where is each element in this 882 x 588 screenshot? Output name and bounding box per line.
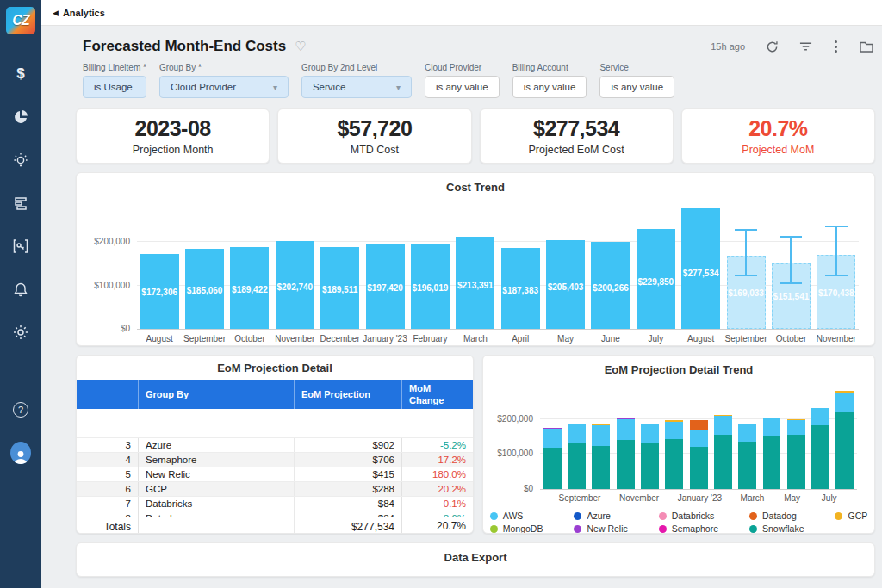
cost-bar[interactable]: $172,306: [140, 254, 179, 329]
stacked-bar[interactable]: [811, 408, 829, 489]
filter-chip-cloud-provider[interactable]: is any value: [425, 76, 500, 98]
table-header: Group By EoM Projection MoM Change: [77, 380, 473, 409]
legend-item-semaphore[interactable]: Semaphore: [659, 523, 718, 534]
bar-segment-snowflake: [543, 448, 562, 489]
api-key-icon[interactable]: [10, 236, 31, 257]
stacked-bar[interactable]: [738, 424, 756, 489]
cost-bar[interactable]: $189,422: [230, 247, 269, 329]
table-row[interactable]: 3Azure$902-5.2%: [77, 437, 473, 452]
filter-chip-billing-lineitem[interactable]: is Usage: [83, 76, 146, 98]
x-axis-label: October: [227, 334, 272, 344]
legend-item-azure[interactable]: Azure: [574, 511, 627, 521]
chevron-down-icon: ▾: [254, 83, 277, 92]
lightbulb-icon[interactable]: [10, 150, 31, 170]
stacked-bar[interactable]: [543, 428, 562, 489]
x-axis-label: January '23: [363, 334, 407, 344]
sidebar: CZ $ ?: [0, 0, 41, 588]
legend-item-snowflake[interactable]: Snowflake: [749, 523, 804, 534]
legend-label: Datadog: [762, 511, 797, 521]
table-scrolled-rows-spacer[interactable]: [77, 409, 473, 437]
kebab-menu-icon[interactable]: [833, 39, 839, 54]
cost-bar[interactable]: $200,266: [591, 242, 630, 329]
legend-item-databricks[interactable]: Databricks: [659, 511, 718, 521]
bar-segment-datadog: [690, 420, 708, 430]
cost-bar-value-label: $205,403: [541, 282, 590, 292]
filter-chip-group-by-2nd[interactable]: Service▾: [301, 76, 412, 98]
data-export-card: Data Export: [76, 542, 875, 577]
breadcrumb[interactable]: Analytics: [63, 8, 105, 18]
report-bars-icon[interactable]: [10, 193, 31, 214]
filter-label: Group By *: [159, 63, 289, 72]
cost-bar[interactable]: $277,534: [681, 208, 720, 329]
y-axis-tick: $200,000: [94, 237, 130, 246]
cost-bar[interactable]: $229,850: [637, 229, 675, 329]
bell-icon[interactable]: [10, 279, 31, 300]
dollar-icon[interactable]: $: [10, 64, 31, 84]
cost-bar[interactable]: $187,383: [501, 248, 540, 329]
cost-bar[interactable]: $189,511: [320, 247, 359, 329]
cost-bar[interactable]: $202,740: [276, 241, 314, 329]
table-row[interactable]: 5New Relic$415180.0%: [77, 467, 473, 481]
cloudzero-logo[interactable]: CZ: [0, 0, 41, 41]
filter-bar: Billing Lineitem * is Usage Group By * C…: [76, 63, 875, 98]
cost-bar-slot: $213,391: [453, 204, 498, 329]
table-row[interactable]: 4Semaphore$70617.2%: [77, 452, 473, 467]
filter-chip-service[interactable]: is any value: [599, 76, 674, 98]
cost-bar-value-label: $229,850: [631, 277, 680, 287]
cost-bar-slot: $151,541: [768, 204, 813, 329]
eom-trend-bars: [540, 388, 857, 489]
refresh-icon[interactable]: [766, 40, 779, 53]
filter-label: Billing Lineitem *: [83, 63, 146, 72]
table-row[interactable]: 8Datadog$34-3.6%: [77, 511, 473, 517]
user-avatar[interactable]: [10, 443, 31, 463]
cost-bar[interactable]: $185,060: [185, 249, 224, 329]
stacked-bar[interactable]: [787, 419, 805, 489]
help-icon[interactable]: ?: [10, 399, 31, 420]
stacked-bar[interactable]: [592, 424, 610, 489]
stacked-bar[interactable]: [763, 418, 781, 489]
stacked-bar[interactable]: [641, 424, 659, 489]
bar-segment-aws: [665, 422, 683, 439]
kpi-projected-eom-cost: $277,534Projected EoM Cost: [480, 108, 674, 164]
table-title: EoM Projection Detail: [77, 362, 473, 374]
cost-bar[interactable]: $205,403: [546, 240, 585, 329]
cost-bar-value-label: $151,541: [767, 292, 815, 301]
y-axis-tick: $100,000: [497, 449, 533, 458]
legend-item-mongodb[interactable]: MongoDB: [490, 523, 543, 534]
bar-segment-snowflake: [617, 440, 635, 489]
bar-segment-snowflake: [763, 436, 781, 489]
heart-icon[interactable]: ♡: [295, 39, 306, 54]
pie-chart-icon[interactable]: [10, 107, 31, 127]
eom-trend-x-axis: SeptemberNovemberJanuary '23MarchMayJuly: [540, 493, 857, 503]
cost-trend-bars: $172,306$185,060$189,422$202,740$189,511…: [137, 204, 859, 329]
filter-chip-billing-account[interactable]: is any value: [512, 76, 587, 98]
legend-item-newrelic[interactable]: New Relic: [574, 523, 627, 534]
stacked-bar[interactable]: [714, 415, 732, 489]
error-bar: [790, 236, 792, 284]
stacked-bar[interactable]: [690, 420, 708, 489]
row-mom-change: 0.1%: [402, 497, 473, 511]
cost-bar-value-label: $187,383: [496, 286, 545, 295]
legend-item-gcp[interactable]: GCP: [835, 511, 867, 521]
eom-trend-card: EoM Projection Detail Trend $0$100,000$2…: [482, 355, 875, 534]
gear-icon[interactable]: [10, 322, 31, 343]
cost-bar[interactable]: $213,391: [456, 237, 494, 329]
legend-item-aws[interactable]: AWS: [490, 511, 543, 521]
x-axis-label: [839, 493, 858, 503]
stacked-bar[interactable]: [568, 424, 586, 489]
folder-icon[interactable]: [860, 41, 873, 53]
table-row[interactable]: 7Databricks$840.1%: [77, 496, 473, 511]
cost-bar[interactable]: $197,420: [366, 244, 405, 329]
stacked-bar[interactable]: [665, 420, 683, 489]
stacked-bar[interactable]: [617, 418, 635, 489]
table-row[interactable]: 6GCP$28820.2%: [77, 481, 473, 496]
stack-bar-slot: [662, 388, 686, 489]
filter-chip-group-by[interactable]: Cloud Provider▾: [159, 76, 289, 98]
x-axis-label: June: [588, 334, 633, 344]
legend-item-datadog[interactable]: Datadog: [749, 511, 804, 521]
back-arrow-icon[interactable]: ◀: [53, 9, 59, 17]
cost-bar-value-label: $172,306: [135, 288, 184, 297]
cost-bar[interactable]: $196,019: [411, 244, 450, 329]
stacked-bar[interactable]: [835, 391, 854, 489]
filter-icon[interactable]: [799, 41, 812, 52]
